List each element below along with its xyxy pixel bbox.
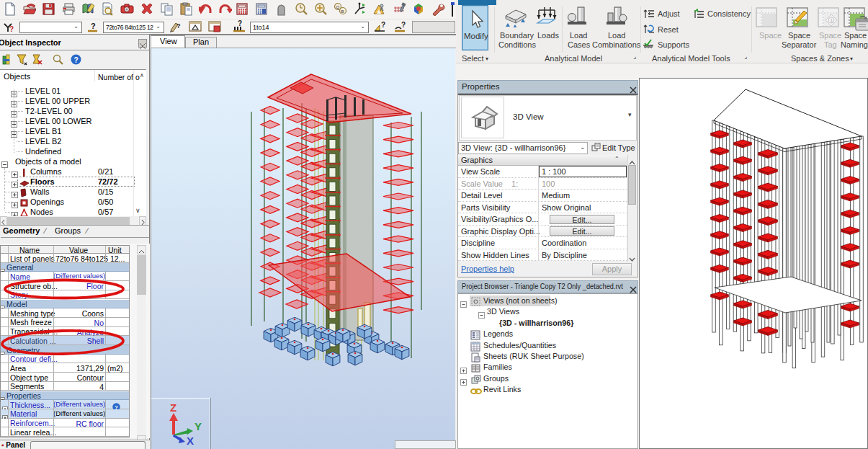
svg-text:?: ?: [238, 20, 242, 27]
svg-text:?: ?: [381, 21, 385, 29]
svg-text:?: ?: [74, 56, 79, 64]
svg-text:X: X: [187, 435, 194, 447]
svg-text:?: ?: [401, 21, 406, 29]
svg-text:Modify: Modify: [464, 32, 488, 40]
svg-text:?: ?: [9, 25, 14, 33]
svg-text:Y: Y: [194, 420, 202, 432]
svg-text:Q: Q: [336, 5, 340, 9]
svg-text:Z: Z: [170, 401, 176, 414]
svg-text:?: ?: [176, 22, 181, 30]
svg-text:B: B: [341, 9, 344, 14]
svg-text:1: 1: [831, 18, 833, 23]
svg-text:?: ?: [91, 22, 96, 30]
